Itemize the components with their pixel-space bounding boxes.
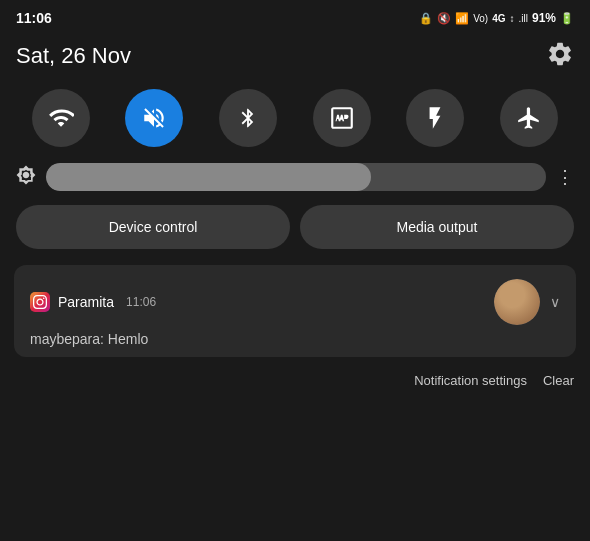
notification-settings-button[interactable]: Notification settings (414, 373, 527, 388)
avatar-face (494, 279, 540, 325)
quick-actions-row: Device control Media output (0, 197, 590, 257)
battery-percent: 91% (532, 11, 556, 25)
brightness-slider[interactable] (46, 163, 546, 191)
lock-icon: 🔒 (419, 12, 433, 25)
date-display: Sat, 26 Nov (16, 43, 131, 69)
bluetooth-toggle[interactable] (219, 89, 277, 147)
brightness-fill (46, 163, 371, 191)
quick-toggles-row (0, 79, 590, 157)
clear-notification-button[interactable]: Clear (543, 373, 574, 388)
avatar (494, 279, 540, 325)
flashlight-toggle[interactable] (406, 89, 464, 147)
wifi-toggle[interactable] (32, 89, 90, 147)
flashlight-icon (422, 105, 448, 131)
status-bar: 11:06 🔒 🔇 📶 Vo) 4G ↕ .ill 91% 🔋 (0, 0, 590, 32)
sound-off-icon: 🔇 (437, 12, 451, 25)
network-4g-icon: 4G (492, 13, 505, 24)
notification-card: Paramita 11:06 ∨ maybepara: Hemlo (14, 265, 576, 357)
wifi-icon (48, 105, 74, 131)
volte-icon: Vo) (473, 13, 488, 24)
nfc-icon (329, 105, 355, 131)
notification-right: ∨ (494, 279, 560, 325)
sound-toggle[interactable] (125, 89, 183, 147)
notification-actions: Notification settings Clear (0, 365, 590, 392)
battery-icon: 🔋 (560, 12, 574, 25)
gear-icon (546, 40, 574, 68)
notification-time: 11:06 (126, 295, 156, 309)
wifi-signal-icon: 📶 (455, 12, 469, 25)
signal-bars-icon: .ill (519, 13, 528, 24)
more-options-icon[interactable]: ⋮ (556, 166, 574, 188)
status-time: 11:06 (16, 10, 52, 26)
nfc-toggle[interactable] (313, 89, 371, 147)
brightness-icon (16, 165, 36, 190)
notification-message: maybepara: Hemlo (30, 331, 560, 347)
notification-header: Paramita 11:06 ∨ (30, 279, 560, 325)
airplane-mode-toggle[interactable] (500, 89, 558, 147)
brightness-row: ⋮ (0, 157, 590, 197)
notification-app-name: Paramita (58, 294, 114, 310)
status-icons: 🔒 🔇 📶 Vo) 4G ↕ .ill 91% 🔋 (419, 11, 574, 25)
media-output-button[interactable]: Media output (300, 205, 574, 249)
notification-app-info: Paramita 11:06 (30, 292, 156, 312)
chevron-down-icon[interactable]: ∨ (550, 294, 560, 310)
bluetooth-icon (237, 107, 259, 129)
sound-off-icon (141, 105, 167, 131)
airplane-icon (516, 105, 542, 131)
data-arrows-icon: ↕ (510, 13, 515, 24)
quick-settings-header: Sat, 26 Nov (0, 32, 590, 79)
instagram-icon (30, 292, 50, 312)
settings-gear-button[interactable] (546, 40, 574, 71)
device-control-button[interactable]: Device control (16, 205, 290, 249)
